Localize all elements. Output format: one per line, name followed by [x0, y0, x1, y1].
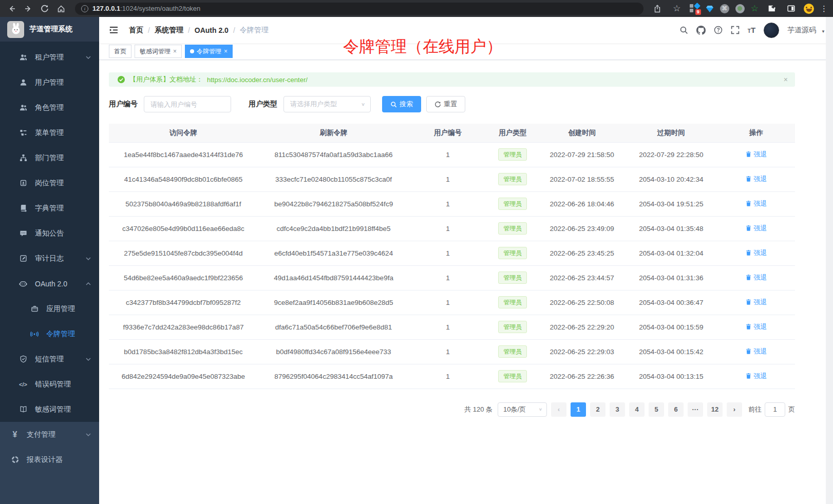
sidebar-item-audit-log[interactable]: 审计日志 [0, 246, 99, 271]
tab-token[interactable]: 令牌管理 × [185, 45, 233, 58]
active-tab-dot [190, 49, 194, 53]
breadcrumb-home[interactable]: 首页 [129, 26, 143, 35]
sidebar-item-menu[interactable]: 菜单管理 [0, 120, 99, 145]
alert-doc-link[interactable]: https://doc.iocoder.cn/user-center/ [207, 76, 308, 84]
page-button-2[interactable]: 2 [590, 402, 605, 417]
table-row: 54d6be82ee5a460a9aedc1f9bf223656 49d1aa4… [109, 265, 795, 290]
expires-cell: 2054-03-04 00:13:15 [625, 364, 717, 389]
fullscreen-icon[interactable] [731, 26, 740, 34]
force-logout-button[interactable]: 强退 [745, 150, 767, 159]
sidebar-item-post[interactable]: 岗位管理 [0, 170, 99, 196]
search-button-label: 搜索 [400, 100, 413, 109]
force-logout-button[interactable]: 强退 [745, 372, 767, 381]
force-logout-button[interactable]: 强退 [745, 224, 767, 233]
force-logout-button[interactable]: 强退 [745, 175, 767, 184]
access-token-cell: f9336e7c7dd242a283ee98dc86b17a87 [109, 315, 258, 339]
sidebar-item-user[interactable]: 用户管理 [0, 70, 99, 95]
tab-home[interactable]: 首页 [109, 45, 131, 58]
page-button-5[interactable]: 5 [649, 402, 664, 417]
refresh-token-cell: 9ce8ef2aa9f14056b831ae9b608e28d5 [258, 290, 409, 315]
user-id-cell: 1 [409, 290, 486, 315]
sidebar-item-errcode[interactable]: </> 错误码管理 [0, 372, 99, 397]
home-icon[interactable] [54, 2, 68, 15]
page-ellipsis-button[interactable]: ··· [688, 402, 703, 417]
tab-sensitive-word[interactable]: 敏感词管理 × [135, 45, 182, 58]
sidebar-item-oauth-app[interactable]: 应用管理 [0, 296, 99, 321]
prev-page-button[interactable]: ‹ [551, 402, 566, 417]
sidebar-collapse-icon[interactable] [107, 25, 121, 35]
force-logout-button[interactable]: 强退 [745, 322, 767, 332]
code-icon: </> [18, 381, 28, 387]
forward-icon[interactable] [22, 2, 35, 15]
github-icon[interactable] [696, 26, 706, 35]
table-row: c347026e805e4d99b0d116eae66eda8c cdfc4ce… [109, 216, 795, 241]
url-bar[interactable]: i 127.0.0.1:1024/system/oauth2/token [75, 3, 643, 15]
page-info-icon[interactable]: i [81, 5, 88, 12]
created-cell: 2022-06-26 18:04:46 [539, 191, 625, 216]
page-button-3[interactable]: 3 [610, 402, 625, 417]
sidebar: 芋道管理系统 租户管理 用户管理 角色管理 [0, 17, 99, 504]
doc-alert: 【用户体系】文档地址： https://doc.iocoder.cn/user-… [109, 72, 795, 87]
help-icon[interactable] [714, 26, 723, 34]
reload-icon[interactable] [38, 2, 51, 15]
tab-close-icon[interactable]: × [224, 48, 228, 54]
user-id-cell: 1 [409, 339, 486, 364]
user-type-select[interactable]: 请选择用户类型 ∨ [283, 96, 371, 112]
page-button-12[interactable]: 12 [707, 402, 723, 417]
col-user-type: 用户类型 [486, 124, 539, 142]
gem-extension-icon[interactable] [706, 5, 714, 13]
header-search-icon[interactable] [679, 26, 688, 34]
page-scrollbar[interactable] [826, 17, 833, 504]
breadcrumb-system[interactable]: 系统管理 [155, 26, 183, 35]
user-avatar[interactable] [764, 23, 779, 38]
force-logout-button[interactable]: 强退 [745, 199, 767, 208]
sidebar-item-sms[interactable]: 短信管理 [0, 346, 99, 372]
puzzle-extensions-icon[interactable] [765, 2, 778, 15]
breadcrumb-oauth[interactable]: OAuth 2.0 [195, 26, 229, 34]
sidebar-item-label: 角色管理 [35, 103, 91, 112]
sidebar-item-oauth2[interactable]: OAuth 2.0 [0, 271, 99, 296]
alert-close-icon[interactable]: × [784, 75, 788, 84]
sidebar-item-pay[interactable]: ¥ 支付管理 [0, 422, 99, 447]
sidebar-item-label: OAuth 2.0 [35, 280, 86, 288]
page-button-6[interactable]: 6 [668, 402, 684, 417]
bookmark-star-icon[interactable]: ☆ [670, 2, 684, 15]
force-logout-button[interactable]: 强退 [745, 273, 767, 282]
force-logout-button[interactable]: 强退 [745, 298, 767, 307]
page-button-1[interactable]: 1 [571, 402, 586, 417]
page-size-select[interactable]: 10条/页 ∨ [498, 402, 547, 417]
share-icon[interactable] [651, 2, 664, 15]
app-logo[interactable]: 芋道管理系统 [0, 17, 99, 42]
user-menu-caret-icon[interactable]: ▼ [821, 29, 825, 34]
goto-page-input[interactable] [765, 402, 785, 417]
split-screen-icon[interactable] [784, 2, 798, 15]
sidebar-item-dept[interactable]: 部门管理 [0, 145, 99, 170]
tab-close-icon[interactable]: × [173, 48, 177, 54]
url-host: 127.0.0.1 [92, 5, 120, 12]
cmd-extension-icon[interactable]: ⌘ [720, 4, 729, 13]
sidebar-item-oauth-token[interactable]: 令牌管理 [0, 321, 99, 346]
force-logout-button[interactable]: 强退 [745, 248, 767, 258]
record-extension-icon[interactable] [735, 4, 745, 13]
sidebar-item-label: 令牌管理 [46, 329, 91, 339]
chrome-menu-icon[interactable]: ⋮ [820, 5, 828, 12]
page-button-4[interactable]: 4 [629, 402, 645, 417]
table-row: 1ea5e44f8bc1467aaede43144f31de76 811c530… [109, 142, 795, 167]
profile-avatar-icon[interactable] [804, 4, 814, 14]
reset-button[interactable]: 重置 [426, 96, 465, 112]
back-icon[interactable] [5, 2, 18, 15]
sidebar-item-dict[interactable]: 字典管理 [0, 196, 99, 221]
user-id-input[interactable] [144, 96, 231, 112]
font-size-icon[interactable]: TT [748, 26, 755, 34]
force-logout-button[interactable]: 强退 [745, 347, 767, 356]
sidebar-item-sensitive-word[interactable]: 敏感词管理 [0, 397, 99, 422]
sidebar-item-tenant[interactable]: 租户管理 [0, 45, 99, 70]
sidebar-item-report-designer[interactable]: 报表设计器 [0, 447, 99, 472]
next-page-button[interactable]: › [727, 402, 742, 417]
star-extension-icon[interactable]: ☆ [751, 4, 759, 13]
sidebar-item-notice[interactable]: 通知公告 [0, 221, 99, 246]
extension-grid-icon[interactable]: 9 [690, 4, 699, 13]
search-button[interactable]: 搜索 [382, 96, 421, 112]
user-name[interactable]: 芋道源码 [787, 26, 816, 35]
sidebar-item-role[interactable]: 角色管理 [0, 95, 99, 120]
